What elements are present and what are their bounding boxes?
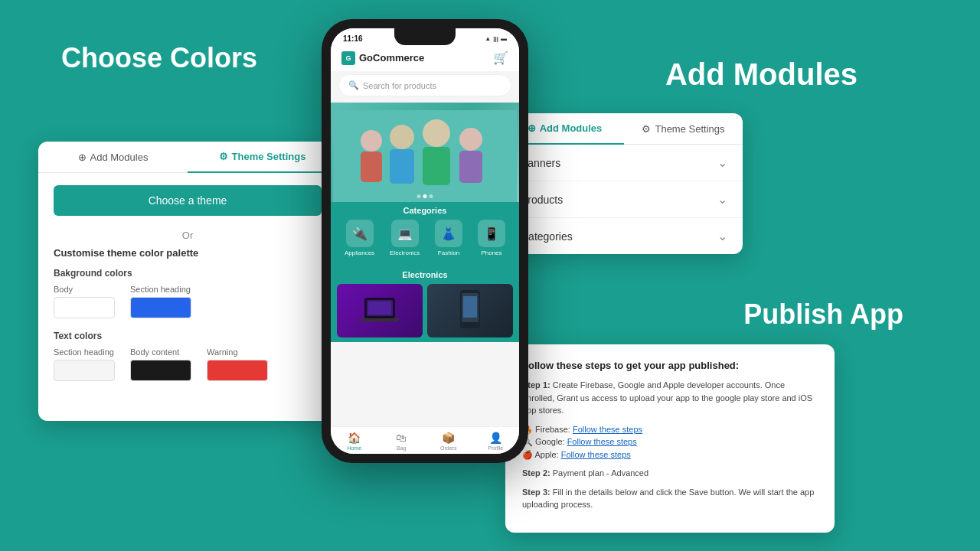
body-content-label: Body content (130, 347, 191, 357)
step-2-text: Payment plan - Advanced (553, 468, 648, 478)
warning-color-swatch[interactable] (207, 360, 268, 381)
nav-profile[interactable]: 👤 Profile (472, 432, 520, 451)
phone-notch (394, 28, 456, 45)
electronics-label: Electronics (390, 249, 420, 256)
category-appliances[interactable]: 🔌 Appliances (345, 220, 374, 256)
text-section-label: Text colors (54, 331, 322, 341)
fashion-icon: 👗 (435, 220, 462, 247)
text-color-row: Section heading Body content Warning (54, 347, 322, 381)
body-content-swatch[interactable] (130, 360, 191, 381)
text-section-heading-swatch[interactable] (54, 360, 115, 381)
app-name: GoCommerce (359, 52, 424, 64)
home-nav-icon: 🏠 (348, 432, 361, 444)
module-item-banners[interactable]: Banners ⌄ (505, 145, 743, 181)
nav-bag[interactable]: 🛍 Bag (378, 432, 426, 451)
svg-rect-16 (463, 296, 477, 318)
background-color-row: Body Section heading (54, 285, 322, 318)
nav-home[interactable]: 🏠 Home (331, 432, 378, 451)
tab-add-modules[interactable]: ⊕ Add Modules (38, 142, 188, 172)
categories-label: Categories (331, 206, 519, 215)
hero-image (333, 110, 517, 202)
electronics-icon: 💻 (391, 220, 419, 247)
theme-settings-tab-icon: ⚙ (642, 123, 651, 135)
warning-color-label: Warning (207, 347, 268, 357)
chevron-down-icon: ⌄ (717, 192, 727, 207)
electronics-items (331, 279, 519, 337)
choose-colors-title: Choose Colors (61, 42, 257, 74)
status-icons: ▲ ||| ▬ (485, 35, 507, 42)
customise-title: Customise theme color palette (54, 247, 322, 259)
phone-outer: 11:16 ▲ ||| ▬ G GoCommerce 🛒 🔍 Search fo… (322, 19, 528, 463)
samsung-svg (459, 290, 482, 332)
panel-body: Choose a theme Or Customise theme color … (38, 173, 337, 406)
search-placeholder: Search for products (363, 81, 436, 90)
logo-icon: G (341, 51, 355, 65)
section-heading-color-label: Section heading (130, 285, 191, 294)
fashion-label: Fashion (438, 249, 459, 256)
orders-nav-icon: 📦 (442, 432, 455, 444)
bag-nav-icon: 🛍 (396, 432, 407, 444)
publish-step-3: Step 3: Fill in the details below and cl… (522, 486, 818, 511)
tab-theme-settings-label: Theme Settings (232, 151, 306, 162)
publish-step-1: Step 1: Create Firebase, Google and Appl… (522, 379, 818, 417)
body-color-swatch[interactable] (54, 297, 115, 318)
nav-orders[interactable]: 📦 Orders (425, 432, 472, 451)
search-bar[interactable]: 🔍 Search for products (338, 74, 511, 96)
cart-icon[interactable]: 🛒 (493, 51, 508, 65)
or-divider: Or (54, 230, 322, 241)
module-item-categories[interactable]: Categories ⌄ (505, 218, 743, 254)
publish-app-panel: Follow these steps to get your app publi… (505, 344, 835, 533)
profile-nav-label: Profile (488, 445, 503, 451)
electronics-section-label: Electronics (331, 270, 519, 279)
tab-add-modules-label: Add Modules (90, 152, 149, 163)
phone-item[interactable] (427, 284, 513, 337)
phones-icon: 📱 (478, 220, 505, 247)
text-section-heading-item: Section heading (54, 347, 115, 381)
publish-sub-items: 🔥 Firebase: Follow these steps 🔍 Google:… (522, 423, 818, 461)
tab-theme-settings[interactable]: ⚙ Theme Settings (188, 142, 337, 173)
category-electronics[interactable]: 💻 Electronics (390, 220, 420, 256)
search-icon: 🔍 (348, 80, 359, 90)
categories-section: Categories 🔌 Appliances 💻 Electronics 👗 … (331, 202, 519, 266)
apple-link[interactable]: Follow these steps (561, 450, 631, 459)
bag-nav-label: Bag (397, 445, 406, 451)
theme-settings-icon: ⚙ (219, 151, 228, 162)
publish-app-title: Publish App (743, 298, 903, 331)
module-categories-label: Categories (521, 230, 573, 243)
add-modules-panel: ⊕ Add Modules ⚙ Theme Settings Banners ⌄… (505, 113, 743, 254)
profile-nav-icon: 👤 (489, 432, 502, 444)
body-color-item: Body (54, 285, 115, 318)
wifi-icon: ▲ (485, 35, 491, 42)
bottom-nav: 🏠 Home 🛍 Bag 📦 Orders 👤 Profile (331, 426, 519, 454)
add-modules-tab-label: Add Modules (540, 122, 603, 134)
module-item-products[interactable]: Products ⌄ (505, 181, 743, 218)
choose-theme-button[interactable]: Choose a theme (54, 185, 322, 216)
tab-theme-settings-main[interactable]: ⚙ Theme Settings (624, 113, 743, 144)
step-3-text: Fill in the details below and click the … (522, 487, 814, 510)
dot-2 (423, 194, 427, 198)
phone-mockup: 11:16 ▲ ||| ▬ G GoCommerce 🛒 🔍 Search fo… (322, 19, 528, 478)
phones-label: Phones (481, 249, 501, 256)
banner-dots (417, 194, 433, 198)
publish-heading: Follow these steps to get your app publi… (522, 360, 818, 371)
firebase-link[interactable]: Follow these steps (573, 425, 642, 434)
electronics-section: Electronics (331, 266, 519, 342)
app-header: G GoCommerce 🛒 (331, 46, 519, 71)
orders-nav-label: Orders (440, 445, 456, 451)
background-section-label: Bakground colors (54, 268, 322, 279)
google-link[interactable]: Follow these steps (567, 437, 637, 446)
body-content-item: Body content (130, 347, 191, 381)
home-nav-label: Home (347, 445, 361, 451)
warning-color-item: Warning (207, 347, 268, 381)
dot-3 (430, 194, 433, 198)
chevron-down-icon: ⌄ (717, 155, 727, 170)
dot-1 (417, 194, 421, 198)
appliances-label: Appliances (345, 249, 374, 256)
appliances-icon: 🔌 (346, 220, 374, 247)
laptop-item[interactable] (337, 284, 423, 337)
svg-rect-13 (368, 302, 391, 315)
firebase-prefix: 🔥 Firebase: (522, 425, 573, 434)
category-phones[interactable]: 📱 Phones (478, 220, 505, 256)
category-fashion[interactable]: 👗 Fashion (435, 220, 462, 256)
section-heading-color-swatch[interactable] (130, 297, 191, 318)
